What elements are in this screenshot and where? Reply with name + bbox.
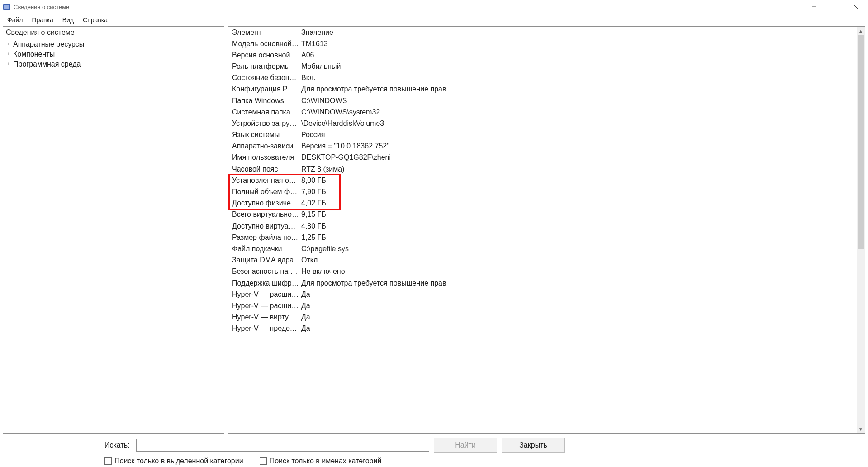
- detail-cell-element: Защита DMA ядра: [228, 256, 299, 264]
- tree-item[interactable]: +Аппаратные ресурсы: [6, 39, 221, 49]
- detail-cell-element: Доступно виртуаль...: [228, 222, 299, 230]
- svg-rect-1: [4, 5, 9, 9]
- svg-rect-3: [833, 5, 837, 9]
- detail-cell-element: Аппаратно-зависи...: [228, 142, 299, 150]
- titlebar: Сведения о системе: [0, 0, 868, 14]
- detail-cell-element: Размер файла подк...: [228, 234, 299, 242]
- menu-view[interactable]: Вид: [58, 15, 78, 25]
- detail-cell-element: Часовой пояс: [228, 165, 299, 173]
- find-button[interactable]: Найти: [434, 438, 497, 453]
- checkbox-label: Поиск только в выделенной категории: [114, 457, 243, 465]
- detail-cell-value: 4,02 ГБ: [299, 199, 857, 207]
- menubar: Файл Правка Вид Справка: [0, 14, 868, 26]
- menu-edit[interactable]: Правка: [27, 15, 57, 25]
- window-title: Сведения о системе: [14, 4, 69, 10]
- checkbox-selected-category[interactable]: Поиск только в выделенной категории: [104, 457, 243, 465]
- detail-cell-value: A06: [299, 51, 857, 59]
- detail-row[interactable]: Модель основной ...TM1613: [228, 38, 857, 49]
- detail-cell-element: Папка Windows: [228, 97, 299, 105]
- detail-row[interactable]: Поддержка шифро...Для просмотра требуетс…: [228, 277, 857, 289]
- checkbox-box-icon: [260, 457, 267, 465]
- column-header-value[interactable]: Значение: [299, 29, 689, 37]
- detail-row[interactable]: Безопасность на ос...Не включено: [228, 266, 857, 277]
- detail-row[interactable]: Состояние безопас...Вкл.: [228, 72, 857, 84]
- tree-pane[interactable]: Сведения о системе +Аппаратные ресурсы+К…: [3, 26, 224, 434]
- expander-icon[interactable]: +: [6, 62, 11, 67]
- detail-row[interactable]: Файл подкачкиC:\pagefile.sys: [228, 243, 857, 254]
- detail-cell-element: Hyper-V — предотв...: [228, 324, 299, 333]
- detail-cell-element: Файл подкачки: [228, 245, 299, 253]
- expander-icon[interactable]: +: [6, 42, 11, 47]
- detail-cell-element: Hyper-V — виртуал...: [228, 313, 299, 321]
- minimize-button[interactable]: [804, 0, 825, 14]
- close-button[interactable]: [845, 0, 866, 14]
- detail-cell-element: Устройство загрузки: [228, 119, 299, 128]
- detail-row[interactable]: Hyper-V — расшир...Да: [228, 300, 857, 311]
- detail-cell-value: 4,80 ГБ: [299, 222, 857, 230]
- detail-cell-value: C:\pagefile.sys: [299, 245, 857, 253]
- detail-cell-value: Откл.: [299, 256, 857, 264]
- scroll-thumb[interactable]: [858, 35, 864, 249]
- detail-row[interactable]: Конфигурация PCR7Для просмотра требуется…: [228, 84, 857, 95]
- detail-cell-value: Не включено: [299, 267, 857, 276]
- detail-cell-element: Безопасность на ос...: [228, 267, 299, 276]
- vertical-scrollbar[interactable]: ▲ ▼: [857, 27, 865, 433]
- detail-cell-element: Имя пользователя: [228, 153, 299, 162]
- tree-item-label: Программная среда: [13, 60, 81, 68]
- checkbox-label: Поиск только в именах категорий: [270, 457, 382, 465]
- detail-row[interactable]: Аппаратно-зависи...Версия = "10.0.18362.…: [228, 141, 857, 152]
- menu-help[interactable]: Справка: [78, 15, 112, 25]
- search-input[interactable]: [136, 439, 429, 452]
- detail-row[interactable]: Имя пользователяDESKTOP-GQ1G82F\zheni: [228, 152, 857, 163]
- app-icon: [3, 3, 11, 11]
- detail-row[interactable]: Hyper-V — виртуал...Да: [228, 312, 857, 323]
- detail-cell-value: Да: [299, 324, 857, 333]
- detail-cell-value: 9,15 ГБ: [299, 210, 857, 219]
- tree-item[interactable]: +Компоненты: [6, 49, 221, 59]
- detail-body: Модель основной ...TM1613Версия основной…: [228, 38, 857, 334]
- detail-cell-element: Поддержка шифро...: [228, 279, 299, 287]
- detail-row[interactable]: Установленная опе...8,00 ГБ: [228, 175, 857, 186]
- menu-file[interactable]: Файл: [3, 15, 27, 25]
- detail-row[interactable]: Папка WindowsC:\WINDOWS: [228, 95, 857, 106]
- detail-cell-value: RTZ 8 (зима): [299, 165, 857, 173]
- tree-item-label: Аппаратные ресурсы: [13, 40, 84, 48]
- tree-root[interactable]: Сведения о системе: [6, 28, 221, 39]
- detail-cell-value: 7,90 ГБ: [299, 188, 857, 196]
- detail-row[interactable]: Всего виртуальной ...9,15 ГБ: [228, 209, 857, 220]
- detail-cell-element: Роль платформы: [228, 62, 299, 71]
- detail-row[interactable]: Размер файла подк...1,25 ГБ: [228, 232, 857, 243]
- detail-cell-value: Мобильный: [299, 62, 857, 71]
- close-search-button[interactable]: Закрыть: [502, 438, 565, 453]
- detail-cell-element: Hyper-V — расшир...: [228, 291, 299, 299]
- detail-row[interactable]: Системная папкаC:\WINDOWS\system32: [228, 106, 857, 118]
- detail-cell-element: Состояние безопас...: [228, 74, 299, 82]
- checkbox-category-names[interactable]: Поиск только в именах категорий: [260, 457, 382, 465]
- expander-icon[interactable]: +: [6, 52, 11, 57]
- detail-row[interactable]: Роль платформыМобильный: [228, 61, 857, 72]
- tree-item-label: Компоненты: [13, 50, 55, 58]
- scroll-down-arrow-icon[interactable]: ▼: [857, 425, 865, 433]
- detail-row[interactable]: Hyper-V — расшир...Да: [228, 289, 857, 300]
- detail-cell-value: Да: [299, 291, 857, 299]
- detail-row[interactable]: Доступно физичес...4,02 ГБ: [228, 198, 857, 209]
- detail-row[interactable]: Версия основной п...A06: [228, 49, 857, 61]
- maximize-button[interactable]: [825, 0, 845, 14]
- tree-item[interactable]: +Программная среда: [6, 59, 221, 69]
- detail-cell-element: Версия основной п...: [228, 51, 299, 59]
- detail-cell-element: Системная папка: [228, 108, 299, 116]
- detail-row[interactable]: Устройство загрузки\Device\HarddiskVolum…: [228, 118, 857, 129]
- detail-row[interactable]: Hyper-V — предотв...Да: [228, 323, 857, 334]
- detail-header: Элемент Значение: [228, 27, 857, 38]
- column-header-element[interactable]: Элемент: [228, 29, 299, 37]
- detail-row[interactable]: Защита DMA ядраОткл.: [228, 255, 857, 266]
- detail-cell-value: 8,00 ГБ: [299, 176, 857, 185]
- detail-cell-value: C:\WINDOWS: [299, 97, 857, 105]
- detail-row[interactable]: Часовой поясRTZ 8 (зима): [228, 163, 857, 175]
- detail-cell-element: Доступно физичес...: [228, 199, 299, 207]
- detail-row[interactable]: Полный объем физ...7,90 ГБ: [228, 186, 857, 197]
- scroll-up-arrow-icon[interactable]: ▲: [857, 27, 865, 35]
- scroll-track[interactable]: [857, 35, 865, 425]
- detail-row[interactable]: Доступно виртуаль...4,80 ГБ: [228, 220, 857, 232]
- detail-row[interactable]: Язык системыРоссия: [228, 129, 857, 141]
